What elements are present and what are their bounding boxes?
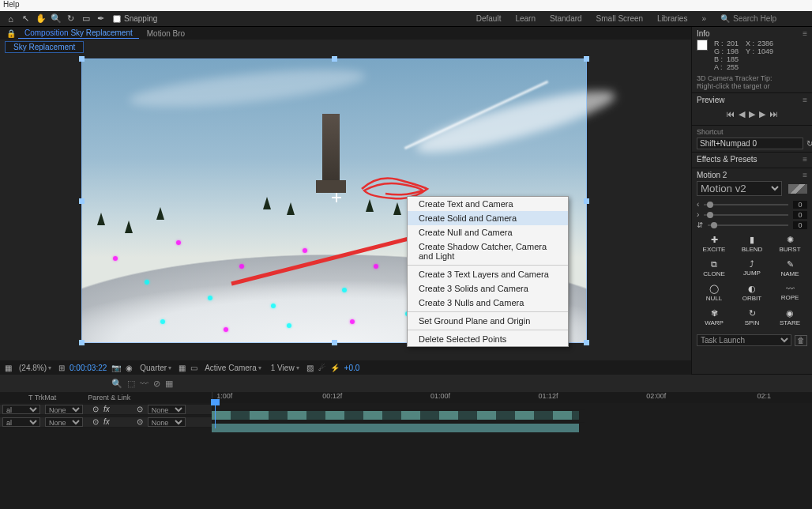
home-icon[interactable]: ⌂	[5, 13, 17, 25]
info-y: 1049	[757, 47, 773, 55]
snapping-toggle[interactable]: Snapping	[113, 14, 157, 23]
tab-composition[interactable]: Composition Sky Replacement	[18, 28, 139, 39]
last-frame-icon[interactable]: ⏭	[769, 109, 778, 119]
current-time[interactable]: 0:00:03:22	[70, 364, 107, 372]
info-g: 198	[727, 47, 742, 55]
motion-burst[interactable]: ✺BURST	[773, 233, 807, 254]
menu-bar: Help	[0, 0, 812, 11]
motion-stare[interactable]: ◉STARE	[773, 307, 807, 328]
layer-clip[interactable]	[212, 411, 579, 420]
context-item[interactable]: Create Text and Camera	[408, 197, 568, 211]
slider-1[interactable]: ‹0	[697, 199, 807, 209]
slider-3[interactable]: ⇵0	[697, 220, 807, 230]
context-item[interactable]: Create 3 Solids and Camera	[408, 281, 568, 296]
fx-badge[interactable]: fx	[101, 417, 112, 426]
motion-null[interactable]: ◯NULL	[697, 282, 731, 304]
timeline-header: T TrkMat Parent & Link 1:00f 00:12f 01:0…	[0, 392, 812, 403]
tl-graph-icon[interactable]: 〰	[140, 379, 148, 389]
motion-warp[interactable]: ✾WARP	[697, 307, 731, 328]
motion-orbit[interactable]: ◐ORBIT	[735, 282, 769, 304]
task-select[interactable]: Task Launch	[697, 334, 791, 346]
comp-breadcrumb: Sky Replacement	[0, 40, 691, 54]
context-item[interactable]: Create 3 Nulls and Camera	[408, 296, 568, 310]
context-item[interactable]: Create Shadow Catcher, Camera and Light	[408, 239, 568, 263]
fx-badge[interactable]: fx	[101, 405, 112, 413]
play-icon[interactable]: ▶	[749, 109, 755, 119]
workspace-learn[interactable]: Learn	[515, 14, 536, 23]
grid-icon[interactable]: ▦	[179, 364, 186, 372]
workspace-smallscreen[interactable]: Small Screen	[596, 14, 643, 23]
workspace-default[interactable]: Default	[476, 14, 502, 23]
tl-motion-blur-icon[interactable]: ⊘	[153, 379, 160, 389]
col-parent: Parent & Link	[88, 394, 130, 402]
loop-icon[interactable]: ↻	[806, 139, 812, 148]
col-trkmat: T TrkMat	[28, 394, 56, 402]
view-layout-dropdown[interactable]: 1 View	[269, 364, 302, 372]
context-item[interactable]: Create 3 Text Layers and Camera	[408, 267, 568, 281]
playhead[interactable]	[215, 403, 216, 428]
tl-snap-icon[interactable]: ⬚	[127, 379, 135, 389]
snapshot-icon[interactable]: 📷	[111, 364, 121, 372]
first-frame-icon[interactable]: ⏮	[726, 109, 735, 119]
timeline-tracks[interactable]: al None ⊙ fx ⊙ None al None ⊙ fx ⊙ None	[0, 403, 585, 428]
layer-clip[interactable]	[212, 424, 579, 432]
mode-select[interactable]: al	[2, 405, 40, 414]
motion-jump[interactable]: ⤴JUMP	[735, 258, 769, 279]
shortcut-input[interactable]	[697, 138, 803, 149]
search-icon: 🔍	[720, 14, 730, 23]
tl-search-icon[interactable]: 🔍	[111, 379, 122, 389]
selection-tool-icon[interactable]: ↖	[20, 13, 32, 25]
tab-motion-bro[interactable]: Motion Bro	[141, 28, 191, 39]
context-item[interactable]: Delete Selected Points	[408, 332, 568, 346]
motion-blend[interactable]: ▮BLEND	[735, 233, 769, 254]
snapping-checkbox[interactable]	[113, 15, 121, 23]
workspace-more-icon[interactable]: »	[701, 14, 706, 23]
motion-excite[interactable]: ✚EXCITE	[697, 233, 731, 254]
motion-spin[interactable]: ↻SPIN	[735, 307, 769, 328]
tl-frame-blend-icon[interactable]: ▦	[165, 379, 173, 389]
rotate-tool-icon[interactable]: ↻	[65, 13, 77, 25]
resolution-dropdown[interactable]: Quarter	[137, 364, 174, 372]
pen-tool-icon[interactable]: ✒	[95, 13, 107, 25]
zoom-dropdown[interactable]: (24.8%)	[17, 364, 54, 372]
context-item[interactable]: Create Null and Camera	[408, 225, 568, 239]
menu-help[interactable]: Help	[3, 0, 20, 9]
motion-name[interactable]: ✎NAME	[773, 258, 807, 279]
fast-preview-icon[interactable]: ⚡	[330, 364, 340, 372]
prev-frame-icon[interactable]: ◀	[739, 109, 745, 119]
breadcrumb-current[interactable]: Sky Replacement	[5, 41, 84, 53]
workspace-standard[interactable]: Standard	[550, 14, 582, 23]
res-icon[interactable]: ⊞	[58, 364, 65, 372]
trkmat-select[interactable]: None	[45, 417, 83, 427]
pixel-aspect-icon[interactable]: ☄	[318, 364, 325, 372]
rect-tool-icon[interactable]: ▭	[80, 13, 92, 25]
guide-icon[interactable]: ▭	[190, 364, 197, 372]
motion-clone[interactable]: ⧉CLONE	[697, 258, 731, 279]
next-frame-icon[interactable]: ▶	[759, 109, 765, 119]
composition-viewport[interactable]	[0, 54, 691, 360]
mode-select[interactable]: al	[2, 417, 40, 427]
alpha-icon[interactable]: ▦	[5, 364, 12, 372]
lock-icon[interactable]: 🔒	[5, 28, 17, 40]
trkmat-select[interactable]: None	[45, 405, 83, 414]
motion-rope[interactable]: 〰ROPE	[773, 282, 807, 304]
search-help[interactable]: 🔍 Search Help	[720, 14, 807, 23]
slider-2[interactable]: ›0	[697, 209, 807, 220]
trash-icon[interactable]: 🗑	[795, 335, 807, 346]
target-crosshair[interactable]	[332, 193, 341, 202]
transparency-icon[interactable]: ▨	[306, 364, 314, 372]
parent-select[interactable]: None	[148, 405, 186, 414]
context-menu[interactable]: Create Text and CameraCreate Solid and C…	[407, 196, 569, 347]
camera-dropdown[interactable]: Active Camera	[202, 364, 264, 372]
channel-icon[interactable]: ◉	[126, 364, 133, 372]
parent-select[interactable]: None	[148, 417, 186, 427]
time-ruler[interactable]: 1:00f 00:12f 01:00f 01:12f 02:00f 02:1	[212, 392, 812, 403]
layer-row-1[interactable]: al None ⊙ fx ⊙ None	[0, 403, 585, 416]
exposure-value[interactable]: +0.0	[344, 364, 360, 372]
context-item[interactable]: Create Solid and Camera	[408, 211, 568, 225]
context-item[interactable]: Set Ground Plane and Origin	[408, 314, 568, 328]
workspace-libraries[interactable]: Libraries	[657, 14, 687, 23]
hand-tool-icon[interactable]: ✋	[35, 13, 47, 25]
motion-preset-select[interactable]: Motion v2	[697, 181, 782, 196]
zoom-tool-icon[interactable]: 🔍	[50, 13, 62, 25]
